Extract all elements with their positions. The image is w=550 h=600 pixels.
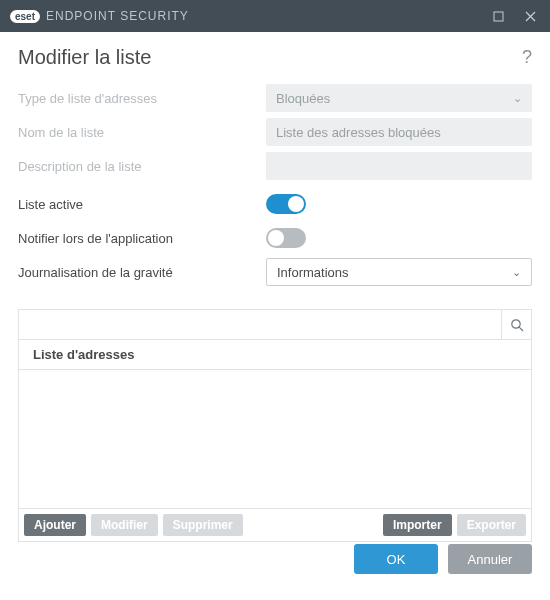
- svg-line-4: [519, 327, 523, 331]
- input-list-name: Liste des adresses bloquées: [266, 118, 532, 146]
- close-button[interactable]: [516, 4, 544, 28]
- row-list-name: Nom de la liste Liste des adresses bloqu…: [18, 117, 532, 147]
- maximize-icon: [493, 11, 504, 22]
- page-title: Modifier la liste: [18, 46, 151, 69]
- list-body[interactable]: [19, 370, 531, 508]
- search-input[interactable]: [19, 310, 501, 339]
- search-button[interactable]: [501, 310, 531, 339]
- brand-text: ENDPOINT SECURITY: [46, 9, 189, 23]
- brand: eset ENDPOINT SECURITY: [10, 9, 189, 23]
- label-list-type: Type de liste d'adresses: [18, 91, 266, 106]
- cancel-button[interactable]: Annuler: [448, 544, 532, 574]
- chevron-down-icon: ⌄: [512, 266, 521, 279]
- search-icon: [510, 318, 524, 332]
- row-notify: Notifier lors de l'application: [18, 223, 532, 253]
- input-list-name-value: Liste des adresses bloquées: [276, 125, 441, 140]
- content: Modifier la liste ? Type de liste d'adre…: [0, 32, 550, 542]
- label-notify: Notifier lors de l'application: [18, 231, 266, 246]
- row-severity: Journalisation de la gravité Information…: [18, 257, 532, 287]
- toggle-notify[interactable]: [266, 228, 306, 248]
- row-list-description: Description de la liste: [18, 151, 532, 181]
- search-row: [19, 310, 531, 340]
- row-list-active: Liste active: [18, 189, 532, 219]
- help-button[interactable]: ?: [522, 47, 532, 68]
- input-list-description: [266, 152, 532, 180]
- window-controls: [484, 4, 544, 28]
- ok-button[interactable]: OK: [354, 544, 438, 574]
- label-list-description: Description de la liste: [18, 159, 266, 174]
- maximize-button[interactable]: [484, 4, 512, 28]
- label-list-active: Liste active: [18, 197, 266, 212]
- titlebar: eset ENDPOINT SECURITY: [0, 0, 550, 32]
- page-header: Modifier la liste ?: [18, 46, 532, 69]
- svg-point-3: [511, 319, 519, 327]
- row-list-type: Type de liste d'adresses Bloquées ⌄: [18, 83, 532, 113]
- svg-rect-0: [494, 12, 503, 21]
- toggle-list-active[interactable]: [266, 194, 306, 214]
- toggle-knob: [288, 196, 304, 212]
- select-severity-value: Informations: [277, 265, 349, 280]
- footer: OK Annuler: [0, 530, 550, 600]
- chevron-down-icon: ⌄: [513, 92, 522, 105]
- select-list-type-value: Bloquées: [276, 91, 330, 106]
- select-list-type: Bloquées ⌄: [266, 84, 532, 112]
- close-icon: [525, 11, 536, 22]
- list-header: Liste d'adresses: [19, 340, 531, 370]
- select-severity[interactable]: Informations ⌄: [266, 258, 532, 286]
- brand-logo: eset: [10, 10, 40, 23]
- label-severity: Journalisation de la gravité: [18, 265, 266, 280]
- address-list-panel: Liste d'adresses Ajouter Modifier Suppri…: [18, 309, 532, 542]
- label-list-name: Nom de la liste: [18, 125, 266, 140]
- toggle-knob: [268, 230, 284, 246]
